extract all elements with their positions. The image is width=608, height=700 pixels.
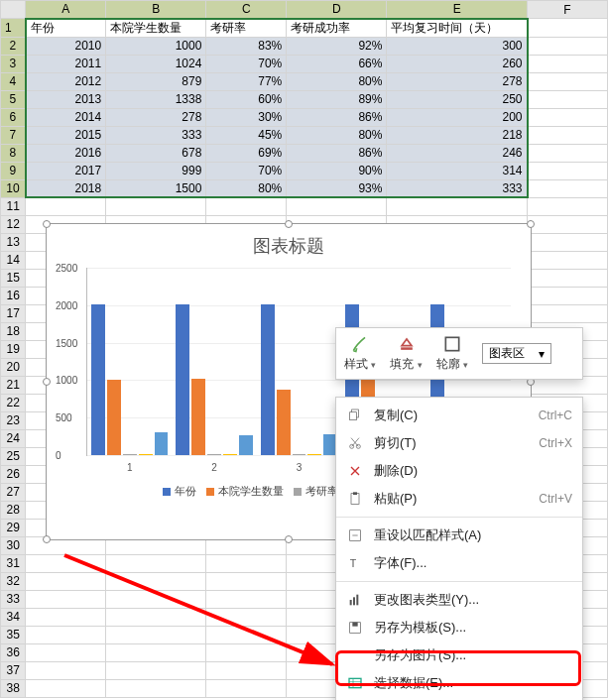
bar[interactable] [207,454,221,455]
col-header[interactable]: C [206,1,287,19]
row-header[interactable]: 34 [1,608,26,626]
menu-item-reset[interactable]: 重设以匹配样式(A) [336,522,582,549]
row-header[interactable]: 12 [1,215,26,233]
cell[interactable]: 86% [287,108,387,126]
menu-item-copy[interactable]: 复制(C)Ctrl+C [336,402,582,429]
cell[interactable]: 1338 [106,90,206,108]
cell[interactable]: 60% [206,90,287,108]
bar[interactable] [91,304,105,455]
cell[interactable]: 80% [287,126,387,144]
bar[interactable] [223,454,237,455]
cell[interactable]: 678 [106,144,206,162]
cell[interactable]: 83% [206,37,287,55]
bar[interactable] [277,390,291,455]
row-header[interactable]: 32 [1,572,26,590]
bar[interactable] [191,379,205,455]
row-header[interactable]: 15 [1,269,26,287]
row-header[interactable]: 28 [1,501,26,519]
cell[interactable] [206,608,287,626]
cell[interactable] [26,197,106,215]
cell[interactable] [206,661,287,679]
cell[interactable] [528,197,608,215]
col-header[interactable]: F [528,1,608,19]
legend-item[interactable]: 考研率 [294,484,338,499]
cell[interactable]: 2012 [26,72,106,90]
fill-tool[interactable]: 填充 ▾ [390,334,422,373]
bar[interactable] [155,432,169,455]
cell[interactable]: 平均复习时间（天） [387,19,528,38]
chart-title[interactable]: 图表标题 [47,234,531,258]
cell[interactable]: 45% [206,126,287,144]
cell[interactable] [206,572,287,590]
row-header[interactable]: 10 [1,179,26,197]
cell[interactable] [206,679,287,697]
cell[interactable]: 考研率 [206,19,287,38]
cell[interactable]: 1024 [106,55,206,72]
cell[interactable] [528,126,608,144]
bar[interactable] [293,454,306,455]
cell[interactable] [528,144,608,162]
cell[interactable] [106,608,206,626]
row-header[interactable]: 36 [1,643,26,661]
cell[interactable] [528,179,608,197]
cell[interactable] [528,215,608,233]
row-header[interactable]: 26 [1,465,26,483]
col-header[interactable]: D [287,1,387,19]
cell[interactable]: 90% [287,162,387,179]
row-header[interactable]: 17 [1,304,26,322]
legend-item[interactable]: 年份 [163,484,196,499]
cell[interactable] [528,37,608,55]
cell[interactable] [106,626,206,643]
style-tool[interactable]: 样式 ▾ [344,334,376,373]
cell[interactable] [528,90,608,108]
cell[interactable]: 2014 [26,108,106,126]
menu-item-cut[interactable]: 剪切(T)Ctrl+X [336,429,582,457]
row-header[interactable]: 11 [1,197,26,215]
cell[interactable]: 92% [287,37,387,55]
cell[interactable]: 333 [387,179,528,197]
row-header[interactable]: 2 [1,37,26,55]
cell[interactable] [528,72,608,90]
cell[interactable] [528,19,608,38]
row-header[interactable]: 16 [1,287,26,304]
cell[interactable] [206,197,287,215]
row-header[interactable]: 5 [1,90,26,108]
menu-item-select-data[interactable]: 选择数据(E)... [336,669,582,697]
cell[interactable] [106,590,206,608]
cell[interactable]: 278 [106,108,206,126]
bar[interactable] [123,454,137,455]
cell[interactable]: 2017 [26,162,106,179]
row-header[interactable]: 25 [1,447,26,465]
cell[interactable]: 70% [206,162,287,179]
menu-item-paste[interactable]: 粘贴(P)Ctrl+V [336,485,582,513]
cell[interactable]: 93% [287,179,387,197]
cell[interactable] [26,572,106,590]
menu-item-chart-type[interactable]: 更改图表类型(Y)... [336,586,582,614]
bar[interactable] [107,380,121,455]
row-header[interactable]: 3 [1,55,26,72]
row-header[interactable]: 9 [1,162,26,179]
cell[interactable] [106,661,206,679]
row-header[interactable]: 29 [1,519,26,536]
legend-item[interactable]: 本院学生数量 [206,484,284,499]
cell[interactable] [528,287,608,304]
menu-item-delete[interactable]: 删除(D) [336,457,582,485]
cell[interactable]: 260 [387,55,528,72]
cell[interactable] [26,608,106,626]
cell[interactable] [26,590,106,608]
bar[interactable] [139,454,153,455]
cell[interactable] [387,197,528,215]
cell[interactable]: 89% [287,90,387,108]
row-header[interactable]: 6 [1,108,26,126]
cell[interactable]: 1500 [106,179,206,197]
row-header[interactable]: 38 [1,679,26,697]
cell[interactable] [206,626,287,643]
cell[interactable]: 2011 [26,55,106,72]
bar[interactable] [239,435,253,455]
resize-handle[interactable] [527,220,535,228]
cell[interactable] [106,572,206,590]
cell[interactable]: 278 [387,72,528,90]
row-header[interactable]: 1 [1,19,26,38]
cell[interactable] [106,643,206,661]
row-header[interactable]: 27 [1,483,26,501]
